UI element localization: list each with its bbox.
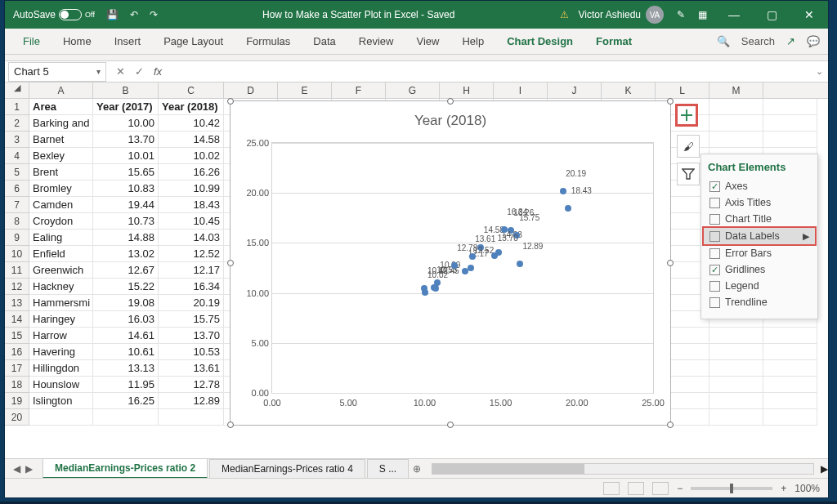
cell[interactable]	[763, 344, 817, 360]
col-M[interactable]: M	[709, 83, 763, 98]
checkbox[interactable]	[709, 214, 720, 225]
data-label[interactable]: 12.78	[457, 243, 477, 252]
checkbox[interactable]	[709, 248, 720, 259]
chart-filters-button[interactable]	[677, 163, 700, 185]
chart-element-option[interactable]: Chart Title	[708, 211, 811, 227]
save-icon[interactable]: 💾	[106, 9, 119, 20]
cell[interactable]: 10.61	[93, 344, 159, 360]
cell[interactable]: 10.73	[93, 213, 159, 230]
data-point[interactable]	[565, 205, 571, 212]
fx-icon[interactable]: fx	[154, 65, 162, 78]
cell[interactable]	[763, 132, 817, 148]
cell[interactable]: 11.95	[93, 377, 159, 393]
cell[interactable]	[709, 115, 763, 132]
data-point[interactable]	[422, 289, 428, 296]
chart-element-option[interactable]: Data Labels▶	[704, 228, 815, 244]
tab-data[interactable]: Data	[303, 30, 345, 52]
row-header[interactable]: 14	[5, 311, 29, 328]
cell[interactable]: 10.42	[159, 115, 224, 132]
cell[interactable]: Area	[29, 99, 93, 115]
cell[interactable]: Croydon	[29, 213, 93, 230]
cell[interactable]: 19.44	[93, 197, 159, 213]
row-header[interactable]: 6	[5, 181, 29, 197]
row-header[interactable]: 13	[5, 295, 29, 311]
tab-format[interactable]: Format	[586, 30, 642, 52]
data-point[interactable]	[462, 268, 468, 274]
cell[interactable]: 14.58	[159, 132, 224, 148]
undo-icon[interactable]: ↶	[130, 9, 138, 20]
data-label[interactable]: 18.43	[571, 186, 592, 195]
data-point[interactable]	[560, 188, 566, 194]
cell[interactable]	[93, 409, 159, 426]
cancel-icon[interactable]: ✕	[116, 65, 125, 78]
cell[interactable]: 15.22	[93, 279, 159, 295]
row-header[interactable]: 15	[5, 328, 29, 344]
cell[interactable]	[709, 99, 763, 115]
cell[interactable]: 15.65	[93, 164, 159, 181]
data-point[interactable]	[491, 252, 498, 259]
col-C[interactable]: C	[159, 83, 224, 98]
row-header[interactable]: 17	[5, 360, 29, 377]
col-H[interactable]: H	[440, 83, 494, 98]
cell[interactable]	[763, 393, 817, 409]
cell[interactable]: Hounslow	[29, 377, 93, 393]
cell[interactable]: 18.43	[159, 197, 224, 213]
zoom-in-icon[interactable]: +	[781, 483, 786, 494]
chart-element-option[interactable]: ✓Gridlines	[708, 261, 811, 278]
ribbon-display-icon[interactable]: ✎	[677, 9, 685, 20]
cell[interactable]: 20.19	[159, 295, 224, 311]
cell[interactable]: 14.61	[93, 328, 159, 344]
cell[interactable]: 10.45	[159, 213, 224, 230]
cell[interactable]: Ealing	[29, 230, 93, 246]
cell[interactable]: 15.75	[159, 311, 224, 328]
cell[interactable]: Bromley	[29, 181, 93, 197]
cell[interactable]: Harrow	[29, 328, 93, 344]
cell[interactable]: Hammersmi	[29, 295, 93, 311]
row-header[interactable]: 3	[5, 132, 29, 148]
submenu-arrow-icon[interactable]: ▶	[803, 231, 809, 242]
sheet-tab-more[interactable]: S ...	[367, 459, 409, 478]
redo-icon[interactable]: ↷	[150, 9, 158, 20]
checkbox[interactable]: ✓	[709, 265, 720, 275]
chart-element-option[interactable]: Legend	[708, 278, 811, 294]
search-label[interactable]: Search	[741, 35, 775, 47]
autosave[interactable]: AutoSave Off	[13, 9, 95, 20]
cell[interactable]	[763, 115, 817, 132]
sheet-tab-2[interactable]: MedianEarnings-Prices ratio 4	[209, 459, 365, 478]
cell[interactable]: 10.99	[159, 181, 224, 197]
row-header[interactable]: 10	[5, 246, 29, 262]
cell[interactable]: Brent	[29, 164, 93, 181]
data-point[interactable]	[469, 253, 476, 260]
zoom-slider[interactable]	[691, 487, 772, 490]
row-header[interactable]: 11	[5, 262, 29, 279]
col-L[interactable]: L	[656, 83, 709, 98]
ribbon-mode-icon[interactable]: ▦	[698, 9, 707, 20]
cell[interactable]: Islington	[29, 393, 93, 409]
cell[interactable]	[709, 409, 763, 426]
data-label[interactable]: 15.75	[519, 213, 539, 222]
row-header[interactable]: 20	[5, 409, 29, 426]
tab-review[interactable]: Review	[349, 30, 404, 52]
cell[interactable]: 12.67	[93, 262, 159, 279]
cell[interactable]: 13.61	[159, 360, 224, 377]
row-header[interactable]: 7	[5, 197, 29, 213]
chart-element-option[interactable]: Trendline	[708, 294, 811, 310]
chart-element-option[interactable]: Axis Titles	[708, 194, 811, 211]
cell[interactable]: 10.53	[159, 344, 224, 360]
cell[interactable]: Enfield	[29, 246, 93, 262]
tab-page-layout[interactable]: Page Layout	[154, 30, 233, 52]
cell[interactable]	[763, 377, 817, 393]
enter-icon[interactable]: ✓	[135, 65, 144, 78]
data-label[interactable]: 13.70	[498, 234, 518, 243]
row-header[interactable]: 4	[5, 148, 29, 164]
cell[interactable]: Camden	[29, 197, 93, 213]
chart-elements-button[interactable]	[675, 104, 698, 127]
cell[interactable]: 10.02	[159, 148, 224, 164]
cell[interactable]: 16.34	[159, 279, 224, 295]
minimize-button[interactable]: —	[715, 1, 753, 29]
col-D[interactable]: D	[224, 83, 278, 98]
chart-element-option[interactable]: ✓Axes	[708, 178, 811, 194]
col-B[interactable]: B	[93, 83, 159, 98]
tab-view[interactable]: View	[406, 30, 449, 52]
formula-input[interactable]	[168, 63, 816, 81]
